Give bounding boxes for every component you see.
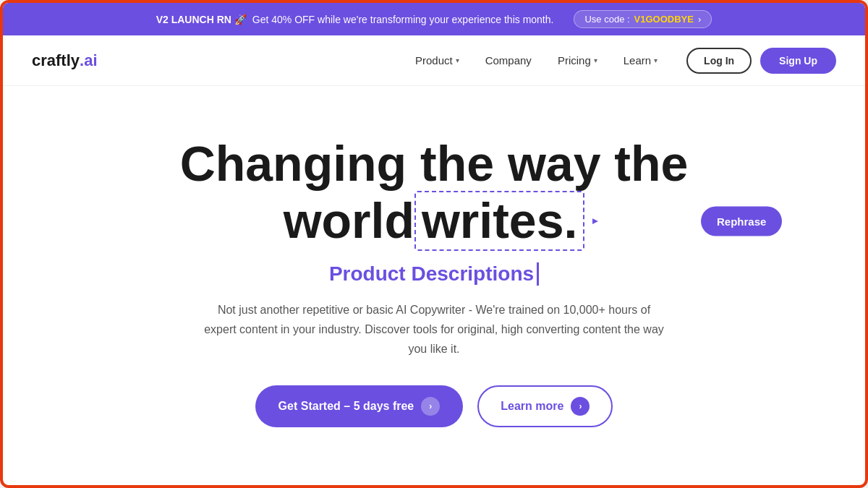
nav-actions: Log In Sign Up [686,48,836,74]
hero-section: Changing the way the world writes. ▸ Rep… [3,86,865,485]
page-wrapper: V2 LAUNCH RN 🚀 Get 40% OFF while we're t… [0,0,868,488]
nav-product-label: Product [415,54,453,67]
typed-cursor [537,262,539,286]
nav-pricing-label: Pricing [558,54,591,67]
hero-typed-text: Product Descriptions [329,262,539,286]
banner-offer-text: Get 40% OFF while we're transforming you… [252,14,554,25]
nav-company-label: Company [485,54,532,67]
signup-button[interactable]: Sign Up [760,48,836,74]
hero-writes-highlight: writes. [414,191,584,251]
banner-arrow-icon: › [698,14,701,25]
nav-learn[interactable]: Learn ▾ [624,54,658,67]
logo[interactable]: craftly.ai [32,51,98,70]
hero-title-prefix: world [284,194,414,248]
arrow-right-icon: › [571,397,590,416]
hero-title-line1: Changing the way the [180,137,689,191]
nav-company[interactable]: Company [485,54,532,67]
banner-code-prefix: Use code : [584,14,629,25]
banner-text: V2 LAUNCH RN 🚀 Get 40% OFF while we're t… [156,14,554,25]
chevron-down-icon: ▾ [654,56,658,64]
get-started-button[interactable]: Get Started – 5 days free › [255,385,464,427]
hero-title-line2: world writes. ▸ Rephrase [180,191,689,251]
typed-content: Product Descriptions [329,262,534,286]
learn-more-label: Learn more [501,400,563,413]
banner-code-value: V1GOODBYE [634,14,694,25]
hero-title: Changing the way the world writes. ▸ Rep… [180,137,689,251]
arrow-right-icon: › [421,397,440,416]
logo-craftly: craftly [32,51,80,70]
chevron-down-icon: ▾ [594,56,597,64]
rephrase-button[interactable]: Rephrase [701,206,782,236]
login-button[interactable]: Log In [686,48,752,74]
nav-pricing[interactable]: Pricing ▾ [558,54,597,67]
hero-description: Not just another repetitive or basic AI … [203,300,665,359]
banner-launch-label: V2 LAUNCH RN 🚀 [156,14,247,25]
logo-ai: ai [84,51,97,70]
nav-links: Product ▾ Company Pricing ▾ Learn ▾ [415,54,658,67]
banner-code-button[interactable]: Use code : V1GOODBYE › [574,10,712,28]
arrow-connector-icon: ▸ [592,215,597,226]
nav-learn-label: Learn [624,54,651,67]
chevron-down-icon: ▾ [456,56,459,64]
learn-more-button[interactable]: Learn more › [477,385,613,427]
navbar: craftly.ai Product ▾ Company Pricing ▾ L… [3,35,865,86]
get-started-label: Get Started – 5 days free [278,400,414,413]
promo-banner: V2 LAUNCH RN 🚀 Get 40% OFF while we're t… [3,3,865,35]
hero-cta-group: Get Started – 5 days free › Learn more › [255,385,613,427]
nav-product[interactable]: Product ▾ [415,54,459,67]
hero-writes-box: writes. ▸ [414,191,584,251]
